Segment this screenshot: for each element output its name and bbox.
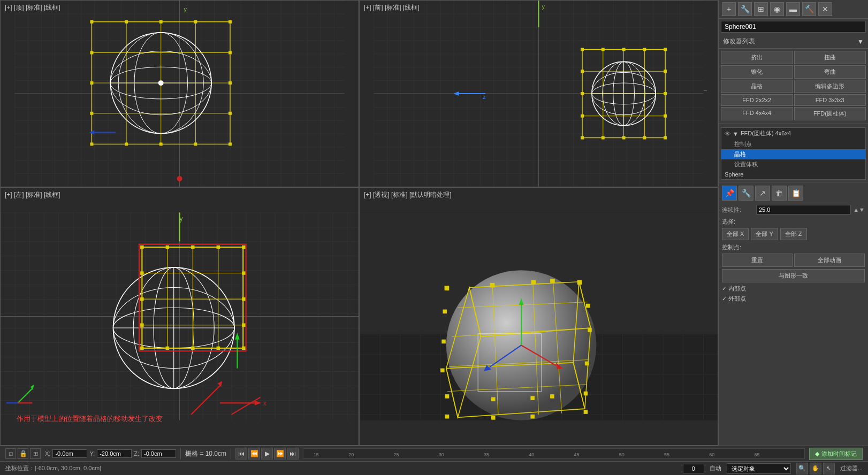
- tick-50: 50: [619, 452, 625, 457]
- svg-rect-66: [581, 70, 584, 73]
- svg-rect-142: [445, 286, 450, 290]
- mod-btn-ffd-cyl[interactable]: FFD(圆柱体): [794, 107, 866, 120]
- z-coord-label: Z:: [134, 450, 139, 457]
- svg-rect-143: [490, 283, 495, 288]
- svg-rect-28: [229, 112, 232, 115]
- lattice-item[interactable]: 晶格: [721, 149, 865, 159]
- panel-divider-1: [719, 124, 868, 124]
- mod-btn-taper[interactable]: 锥化: [721, 65, 793, 79]
- all-animate-btn[interactable]: 全部动画: [794, 254, 865, 267]
- search-icon-btn[interactable]: 🔍: [796, 463, 808, 474]
- viewport-icon[interactable]: ⊡: [5, 448, 16, 459]
- timeline-ruler[interactable]: 15 20 25 30 35 40 45 50 55 60 65: [303, 448, 805, 459]
- mod-btn-extrude[interactable]: 挤出: [721, 51, 793, 64]
- svg-rect-145: [550, 279, 555, 284]
- viewport-bottom-left-label: [+] [左] [标准] [线框]: [5, 190, 60, 200]
- ffd-tree-item[interactable]: 👁 ▼ FFD(圆柱体) 4x6x4: [721, 128, 865, 139]
- svg-rect-144: [531, 280, 536, 285]
- tick-35: 35: [484, 452, 489, 457]
- display-btn[interactable]: ▬: [786, 2, 800, 16]
- viewport-perspective[interactable]: [+] [透视] [标准] [默认明暗处理]: [359, 187, 718, 446]
- mod-btn-ffd333[interactable]: FFD 3x3x3: [794, 94, 866, 106]
- play-btn[interactable]: ▶: [261, 448, 273, 459]
- svg-rect-157: [584, 392, 588, 396]
- mod-btn-edit-poly[interactable]: 编辑多边形: [794, 80, 866, 93]
- goto-start-btn[interactable]: ⏮: [235, 448, 247, 459]
- right-tools: 🔍 ✋ ↖: [796, 463, 835, 474]
- svg-rect-153: [445, 394, 450, 399]
- mod-btn-ffd444[interactable]: FFD 4x4x4: [721, 107, 793, 120]
- z-coord-input[interactable]: [141, 449, 176, 458]
- timeline-bar: ⊡ 🔒 ⊞ X: Y: Z: 栅格 = 10.0cm ⏮ ⏪: [0, 446, 868, 462]
- hand-icon-btn[interactable]: ✋: [810, 463, 821, 474]
- svg-rect-70: [581, 114, 584, 118]
- set-volume-item[interactable]: 设置体积: [721, 159, 865, 170]
- prop-pin-btn[interactable]: 📌: [722, 186, 737, 201]
- add-keyframe-btn[interactable]: ◆ 添加时间标记: [809, 448, 863, 460]
- frame-icon[interactable]: ⊞: [30, 448, 41, 459]
- reset-btn[interactable]: 重置: [722, 254, 793, 267]
- prop-copy-btn[interactable]: 📋: [788, 186, 803, 201]
- status-bottom: 坐标位置：[-60.0cm, 30.0cm, 0.0cm] 自动 选定对象 🔍 …: [0, 462, 868, 475]
- viewport-top-left[interactable]: [+] [顶] [标准] [线框]: [0, 0, 359, 187]
- filter-label: 过滤器...: [840, 464, 863, 472]
- svg-rect-100: [217, 246, 220, 249]
- svg-rect-151: [440, 369, 445, 373]
- svg-rect-19: [125, 20, 128, 24]
- sphere-tree-item[interactable]: Sphere: [721, 170, 865, 179]
- viewport-perspective-label: [+] [透视] [标准] [默认明暗处理]: [364, 190, 452, 200]
- select-all-x[interactable]: 全部 X: [722, 228, 749, 240]
- goto-end-btn[interactable]: ⏭: [287, 448, 299, 459]
- svg-rect-29: [90, 142, 93, 145]
- annotation-text: 作用于模型上的位置随着晶格的移动发生了改变: [17, 414, 163, 424]
- prop-select-btn[interactable]: ↗: [755, 186, 770, 201]
- prop-modifier-btn[interactable]: 🔧: [738, 186, 753, 201]
- select-all-z[interactable]: 全部 Z: [780, 228, 807, 240]
- connectivity-value[interactable]: [756, 205, 851, 214]
- mod-btn-twist[interactable]: 扭曲: [794, 51, 866, 64]
- motion-btn[interactable]: ◉: [770, 2, 784, 16]
- close-btn[interactable]: ✕: [818, 2, 832, 16]
- y-coord-input[interactable]: [97, 449, 132, 458]
- modify-btn[interactable]: 🔧: [738, 2, 752, 16]
- mod-btn-ffd222[interactable]: FFD 2x2x2: [721, 94, 793, 106]
- viewport-bottom-left[interactable]: [+] [左] [标准] [线框]: [0, 187, 359, 446]
- utilities-btn[interactable]: 🔨: [802, 2, 816, 16]
- svg-rect-102: [140, 271, 143, 274]
- select-object-dropdown[interactable]: 选定对象: [727, 463, 791, 474]
- svg-rect-107: [242, 323, 245, 326]
- y-coord-label: Y:: [89, 450, 95, 457]
- top-area: [+] [顶] [标准] [线框]: [0, 0, 868, 446]
- x-coord-input[interactable]: [52, 449, 87, 458]
- svg-text:y: y: [184, 6, 187, 12]
- cursor-icon-btn[interactable]: ↖: [823, 463, 835, 474]
- prop-delete-btn[interactable]: 🗑: [772, 186, 787, 201]
- expand-icon[interactable]: ▼: [733, 131, 738, 137]
- reset-animate-row: 重置 全部动画: [722, 254, 865, 267]
- create-btn[interactable]: +: [722, 2, 736, 16]
- connectivity-spinner[interactable]: ▲▼: [853, 206, 865, 213]
- exterior-points-label: ✓ 外部点: [722, 295, 746, 303]
- lock-icon[interactable]: 🔒: [18, 448, 28, 459]
- select-all-y[interactable]: 全部 Y: [751, 228, 778, 240]
- hierarchy-btn[interactable]: ⊞: [754, 2, 768, 16]
- object-name-field[interactable]: [721, 21, 866, 33]
- frame-number-input[interactable]: [683, 464, 704, 473]
- exterior-points-row: ✓ 外部点: [722, 295, 865, 303]
- mod-btn-lattice[interactable]: 晶格: [721, 80, 793, 93]
- svg-rect-103: [242, 271, 245, 274]
- properties-panel: 📌 🔧 ↗ 🗑 📋 连续性: ▲▼ 选择: 全部 X 全部 Y: [719, 182, 868, 446]
- right-panel: + 🔧 ⊞ ◉ ▬ 🔨 ✕ 修改器列表 ▼ 挤出 扭曲 锥化: [718, 0, 868, 446]
- prev-frame-btn[interactable]: ⏪: [248, 448, 260, 459]
- visibility-icon[interactable]: 👁: [725, 131, 730, 137]
- viewport-top-right[interactable]: [+] [前] [标准] [线框] y: [359, 0, 718, 187]
- conform-btn[interactable]: 与图形一致: [722, 269, 865, 282]
- control-points-item[interactable]: 控制点: [721, 139, 865, 149]
- svg-rect-99: [191, 246, 194, 249]
- svg-rect-108: [140, 347, 143, 350]
- svg-rect-146: [577, 280, 582, 285]
- mod-btn-bend[interactable]: 弯曲: [794, 65, 866, 79]
- viewports-top-row: [+] [顶] [标准] [线框]: [0, 0, 718, 187]
- svg-rect-63: [622, 48, 626, 51]
- next-frame-btn[interactable]: ⏩: [274, 448, 286, 459]
